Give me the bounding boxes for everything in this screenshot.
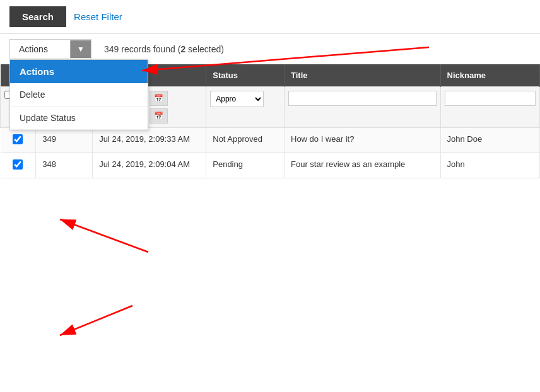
title-filter-input[interactable] — [288, 91, 437, 106]
table-row: 349 Jul 24, 2019, 2:09:33 AM Not Approve… — [1, 128, 540, 153]
row-1-id: 349 — [36, 128, 93, 153]
table-row: 348 Jul 24, 2019, 2:09:04 AM Pending Fou… — [1, 153, 540, 178]
status-select-wrap: Appro Approved Not Approved Pending — [210, 91, 280, 107]
row-2-id: 348 — [36, 153, 93, 178]
row-1-nickname: John Doe — [440, 128, 540, 153]
row-2-checkbox-cell — [1, 153, 36, 178]
col-header-title: Title — [285, 64, 441, 87]
toolbar: Search Reset Filter — [0, 0, 540, 34]
filter-cell-nickname — [440, 87, 540, 128]
calendar-to-icon[interactable]: 📅 — [150, 108, 168, 124]
actions-dropdown-menu: Actions Delete Update Status — [9, 59, 148, 130]
calendar-from-icon[interactable]: 📅 — [150, 91, 168, 106]
search-button[interactable]: Search — [9, 6, 66, 27]
row-1-status: Not Approved — [206, 128, 285, 153]
svg-line-2 — [60, 219, 148, 252]
row-2-status: Pending — [206, 153, 285, 178]
row-1-checkbox-cell — [1, 128, 36, 153]
nickname-filter-input[interactable] — [445, 91, 536, 106]
row-1-created: Jul 24, 2019, 2:09:33 AM — [93, 128, 206, 153]
row-2-checkbox[interactable] — [13, 159, 23, 170]
actions-dropdown-button[interactable]: Actions ▼ — [9, 39, 91, 59]
dropdown-item-update-status[interactable]: Update Status — [10, 107, 148, 130]
dropdown-header: Actions — [10, 60, 148, 83]
status-filter-select[interactable]: Appro Approved Not Approved Pending — [210, 91, 264, 107]
filter-cell-title — [285, 87, 441, 128]
records-row: Actions ▼ Actions Delete Update Status 3… — [0, 34, 540, 64]
row-2-nickname: John — [440, 153, 540, 178]
actions-wrapper: Actions ▼ Actions Delete Update Status — [9, 39, 91, 59]
actions-button-label: Actions — [10, 40, 70, 59]
col-header-status: Status — [206, 64, 285, 87]
reset-filter-link[interactable]: Reset Filter — [74, 11, 122, 22]
dropdown-item-delete[interactable]: Delete — [10, 83, 148, 107]
filter-cell-status: Appro Approved Not Approved Pending — [206, 87, 285, 128]
row-2-created: Jul 24, 2019, 2:09:04 AM — [93, 153, 206, 178]
col-header-nickname: Nickname — [440, 64, 540, 87]
actions-dropdown-arrow-icon: ▼ — [70, 40, 91, 58]
row-2-title: Four star review as an example — [285, 153, 441, 178]
row-1-title: How do I wear it? — [285, 128, 441, 153]
row-1-checkbox[interactable] — [13, 134, 23, 144]
records-found-text: 349 records found (2 selected) — [104, 44, 224, 54]
svg-line-3 — [60, 306, 132, 335]
